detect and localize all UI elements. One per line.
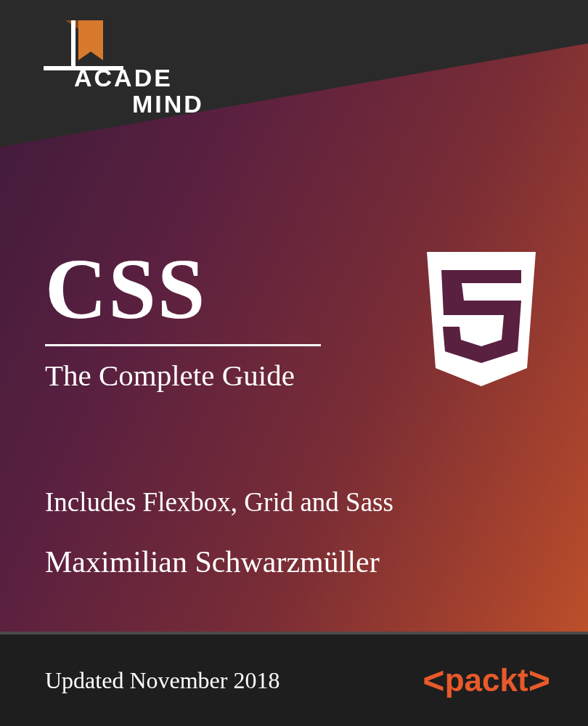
logo-line2: MIND	[132, 91, 204, 118]
book-cover: ACADE MIND CSS The Complete Guide Includ…	[0, 0, 588, 726]
title-rule	[45, 344, 321, 346]
footer-bar: Updated November 2018 < packt >	[0, 632, 588, 726]
publisher-name: packt	[445, 662, 528, 698]
author-name: Maximilian Schwarzmüller	[45, 544, 380, 579]
main-title: CSS	[45, 247, 321, 333]
academind-logo: ACADE MIND	[44, 20, 204, 117]
academind-wordmark: ACADE MIND	[74, 65, 204, 117]
angle-bracket-close-icon: >	[528, 658, 550, 702]
title-block: CSS The Complete Guide	[45, 247, 543, 393]
bookmark-icon	[44, 20, 123, 71]
css3-shield-icon	[420, 248, 543, 393]
updated-date: Updated November 2018	[45, 667, 279, 694]
subtitle: The Complete Guide	[45, 358, 321, 393]
includes-text: Includes Flexbox, Grid and Sass	[45, 486, 393, 518]
angle-bracket-open-icon: <	[422, 658, 444, 702]
packt-logo: < packt >	[422, 658, 550, 702]
